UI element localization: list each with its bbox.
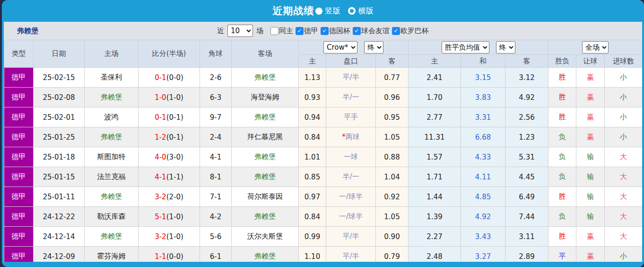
cell-handicap-result: 输 (576, 207, 605, 227)
col-header-handicap: 盘口 (326, 55, 376, 68)
scope-select[interactable]: 全场 (582, 41, 609, 53)
horizontal-radio[interactable] (348, 7, 356, 15)
cell-result: 胜 (548, 227, 576, 247)
half-time-score: (0-0) (166, 252, 183, 261)
avg-select[interactable]: 胜平负均值 (442, 41, 489, 53)
col-header-avg-draw: 和 (461, 55, 505, 68)
half-time-score: (3-0) (166, 153, 183, 161)
avg-state-select[interactable]: 终 (496, 41, 515, 53)
cell-score: 4-1(1-1) (139, 167, 200, 187)
near-label: 近 (217, 27, 224, 36)
cell-away-team: 弗赖堡 (232, 207, 299, 227)
bookmaker-state-select[interactable]: 终 (364, 41, 383, 53)
cell-league: 德甲 (4, 107, 34, 127)
cell-avg-draw: 4.33 (461, 147, 505, 167)
cell-league: 德甲 (4, 207, 34, 227)
table-row: 德甲25-01-18斯图加特4-0(3-0)4-1弗赖堡1.01一球0.881.… (4, 147, 643, 167)
handicap-text: 一球 (344, 152, 358, 161)
check-icon[interactable]: ✓ (296, 27, 304, 35)
full-time-score: 0-1 (155, 113, 166, 122)
cell-away-team: 弗赖堡 (232, 167, 299, 187)
league-filter-europa[interactable]: ✓ 欧罗巴杯 (392, 27, 429, 36)
col-header-avg-away: 客 (505, 55, 548, 68)
cell-result: 胜 (548, 107, 576, 127)
cell-result: 负 (548, 207, 576, 227)
odds-group-header: Crow* 终 (299, 40, 409, 55)
half-time-score: (1-0) (166, 93, 183, 102)
cell-avg-home: 2.48 (409, 247, 461, 262)
cell-odds-away: 0.88 (376, 147, 409, 167)
cell-avg-home: 11.31 (409, 127, 461, 147)
half-time-score: (1-1) (166, 173, 183, 181)
half-time-score: (2-0) (166, 193, 183, 201)
cell-home-team: 斯图加特 (85, 147, 139, 167)
vertical-radio-label[interactable]: 竖版 (325, 6, 340, 16)
league-label: 球会友谊 (361, 27, 390, 36)
results-table-wrap: 类型 日期 主场 比分(半场) 角球 客场 Crow* (4, 40, 642, 262)
cell-goals: 小 (605, 107, 642, 127)
matches-label: 场 (256, 27, 263, 36)
league-label: 欧罗巴杯 (400, 27, 429, 36)
cell-league: 德甲 (4, 147, 34, 167)
cell-date: 25-02-08 (34, 88, 85, 107)
cell-home-team: 勒沃库森 (85, 207, 139, 227)
cell-odds-home: 0.99 (299, 227, 326, 247)
handicap-text: 平/半 (342, 73, 359, 81)
cell-goals: 大 (605, 167, 642, 187)
table-row: 德甲25-01-15法兰克福4-1(1-1)8-1弗赖堡0.85半/一1.041… (4, 167, 643, 187)
full-time-score: 5-1 (155, 213, 166, 221)
cell-odds-away: 1.05 (376, 207, 409, 227)
scope-group-header: 全场 (548, 40, 642, 55)
full-time-score: 1-1 (155, 252, 166, 261)
same-home-filter[interactable]: 同主 (270, 27, 293, 36)
content-panel: 弗赖堡 近 10 场 同主 ✓ 德甲 ✓ 德国杯 (4, 22, 642, 262)
cell-odds-away: 0.77 (376, 68, 409, 88)
league-filter-bundesliga[interactable]: ✓ 德甲 (296, 27, 318, 36)
recent-results-widget: 近期战绩 竖版 横版 弗赖堡 近 10 场 同主 ✓ 德甲 (2, 0, 644, 267)
cell-odds-away: 1.04 (376, 167, 409, 187)
table-row: 德甲25-02-01波鸿0-1(0-1)9-7弗赖堡0.94平手0.952.77… (4, 107, 643, 127)
cell-corners: 8-1 (200, 167, 232, 187)
results-table: 类型 日期 主场 比分(半场) 角球 客场 Crow* (4, 40, 642, 262)
cell-avg-away: 3.12 (505, 68, 548, 88)
bookmaker-select[interactable]: Crow* (323, 41, 357, 53)
cell-goals: 大 (605, 147, 642, 167)
cell-odds-home: 0.85 (299, 167, 326, 187)
col-header-result: 胜负 (548, 55, 576, 68)
half-time-score: (0-1) (166, 133, 183, 142)
check-icon[interactable]: ✓ (353, 27, 361, 35)
cell-score: 1-0(1-0) (139, 88, 200, 107)
cell-avg-away: 4.92 (505, 88, 548, 107)
cell-date: 25-01-15 (34, 167, 85, 187)
cell-date: 25-01-25 (34, 127, 85, 147)
cell-corners: 2-4 (200, 127, 232, 147)
check-icon[interactable]: ✓ (392, 27, 400, 35)
cell-avg-draw: 3.31 (461, 107, 505, 127)
cell-avg-draw: 3.83 (461, 88, 505, 107)
handicap-text: 半/一 (342, 93, 359, 101)
cell-away-team: 弗赖堡 (232, 68, 299, 88)
table-row: 德甲25-01-11弗赖堡3-2(2-0)7-1荷尔斯泰因0.97一/球半0.9… (4, 187, 643, 207)
cell-goals: 小 (605, 127, 642, 147)
full-time-score: 1-0 (155, 93, 166, 102)
cell-league: 德甲 (4, 88, 34, 107)
check-icon[interactable]: ✓ (321, 27, 329, 35)
cell-handicap: 平/半 (326, 68, 376, 88)
cell-score: 0-1(0-1) (139, 107, 200, 127)
cell-odds-home: 1.10 (299, 247, 326, 262)
horizontal-radio-label[interactable]: 横版 (358, 6, 374, 16)
cell-away-team: 弗赖堡 (232, 107, 299, 127)
team-name: 弗赖堡 (17, 27, 38, 36)
vertical-radio[interactable] (315, 8, 322, 15)
match-count-select[interactable]: 10 (227, 25, 253, 37)
cell-away-team: 沃尔夫斯堡 (232, 227, 299, 247)
table-row: 德甲24-12-22勒沃库森5-1(1-0)4-2弗赖堡0.84一/球半1.05… (4, 207, 643, 227)
page-title: 近期战绩 (273, 4, 314, 18)
league-filter-club-friendly[interactable]: ✓ 球会友谊 (353, 27, 390, 36)
cell-score: 0-1(0-0) (139, 68, 200, 88)
half-time-score: (0-0) (166, 73, 183, 82)
cell-odds-away: 0.95 (376, 107, 409, 127)
cell-corners: 6-1 (200, 247, 232, 262)
checkbox-unchecked-icon[interactable] (270, 27, 278, 35)
league-filter-dfb-cup[interactable]: ✓ 德国杯 (321, 27, 350, 36)
